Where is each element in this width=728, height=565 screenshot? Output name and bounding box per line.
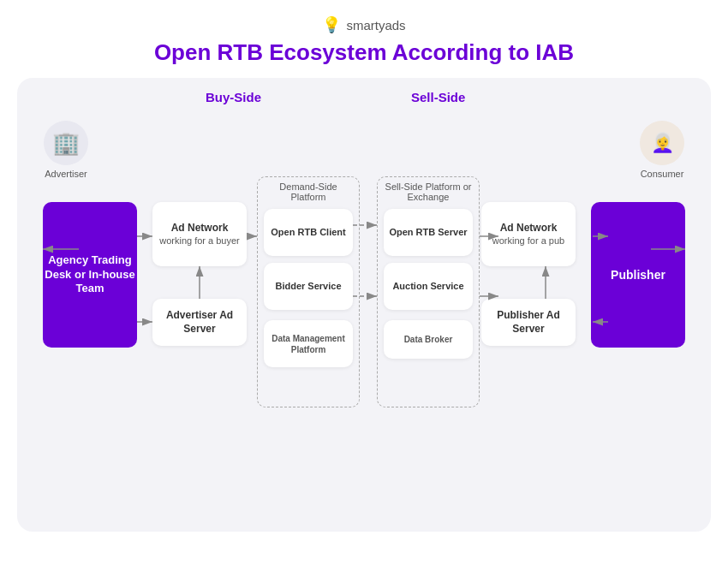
ad-network-pub-box: Ad Network working for a pub bbox=[481, 202, 576, 266]
open-rtb-server-box: Open RTB Server bbox=[384, 209, 473, 256]
open-rtb-client-box: Open RTB Client bbox=[264, 209, 353, 256]
bidder-service-box: Bidder Service bbox=[264, 263, 353, 310]
auction-service-box: Auction Service bbox=[384, 263, 473, 310]
page: 💡 smartyads Open RTB Ecosystem According… bbox=[0, 0, 728, 565]
advertiser-label: Advertiser bbox=[45, 169, 87, 179]
ssp-box: Sell-Side Platform or Exchange Open RTB … bbox=[377, 176, 480, 407]
page-title: Open RTB Ecosystem According to IAB bbox=[154, 39, 574, 66]
publisher-ad-server-box: Publisher Ad Server bbox=[481, 299, 576, 346]
logo-icon: 💡 bbox=[322, 15, 341, 34]
sell-side-label: Sell-Side bbox=[411, 90, 465, 104]
ad-network-buyer-sub: working for a buyer bbox=[159, 235, 240, 247]
advertiser-icon: 🏢 bbox=[44, 121, 88, 165]
ad-network-pub-title: Ad Network bbox=[500, 222, 558, 235]
ssp-label: Sell-Side Platform or Exchange bbox=[378, 177, 479, 202]
consumer-label: Consumer bbox=[641, 169, 684, 179]
logo-area: 💡 smartyads bbox=[322, 15, 405, 34]
data-broker-box: Data Broker bbox=[384, 320, 473, 359]
dsp-label: Demand-Side Platform bbox=[258, 177, 359, 202]
agency-box: Agency Trading Desk or In-house Team bbox=[43, 202, 137, 348]
logo-text: smartyads bbox=[346, 18, 405, 33]
ad-network-buyer-box: Ad Network working for a buyer bbox=[152, 202, 247, 266]
dsp-box: Demand-Side Platform Open RTB Client Bid… bbox=[257, 176, 360, 407]
advertiser-area: 🏢 Advertiser bbox=[36, 121, 96, 179]
diagram-container: Buy-Side Sell-Side 🏢 Advertiser 👩‍🦳 Cons… bbox=[17, 78, 711, 532]
buy-side-label: Buy-Side bbox=[206, 90, 261, 104]
publisher-box: Publisher bbox=[591, 202, 685, 348]
advertiser-ad-server-box: Advertiser Ad Server bbox=[152, 299, 247, 346]
dmp-box: Data Management Platform bbox=[264, 320, 353, 367]
ad-network-pub-sub: working for a pub bbox=[492, 235, 564, 247]
consumer-area: 👩‍🦳 Consumer bbox=[632, 121, 692, 179]
ad-network-buyer-title: Ad Network bbox=[171, 222, 229, 235]
consumer-icon: 👩‍🦳 bbox=[640, 121, 684, 165]
